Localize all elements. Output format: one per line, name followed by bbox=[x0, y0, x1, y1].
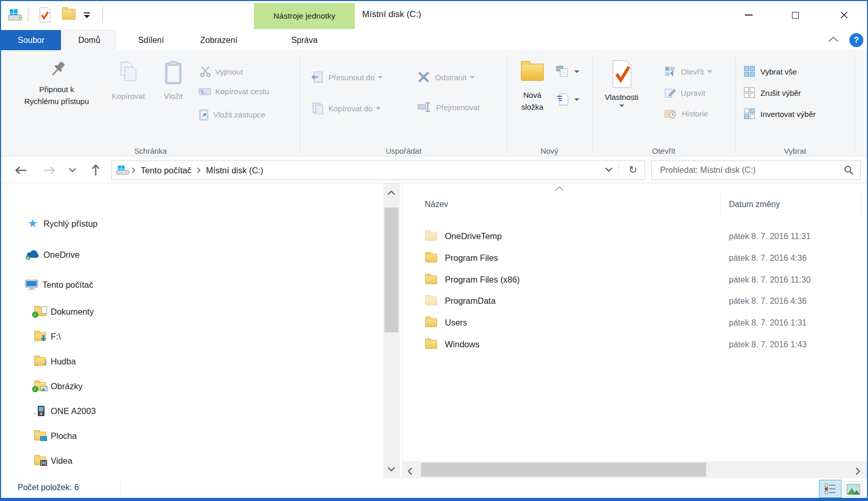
breadcrumb-current-folder[interactable]: Místní disk (C:) bbox=[203, 166, 266, 175]
select-none-icon bbox=[744, 87, 755, 98]
help-icon[interactable]: ? bbox=[849, 33, 863, 47]
folder-download-icon bbox=[32, 332, 48, 341]
open-button[interactable]: Otevřít bbox=[664, 66, 712, 77]
breadcrumb-this-pc[interactable]: Tento počítač bbox=[138, 166, 194, 175]
breadcrumb-drive-icon bbox=[116, 165, 129, 175]
forward-icon[interactable] bbox=[41, 157, 57, 183]
delete-button[interactable]: Odstranit bbox=[417, 71, 475, 83]
history-button[interactable]: Historie bbox=[664, 108, 708, 119]
tab-manage[interactable]: Správa bbox=[254, 30, 355, 50]
new-item-dropdown-icon bbox=[574, 70, 579, 73]
sidebar-item-label: Videa bbox=[51, 456, 72, 466]
sidebar-item-documents[interactable]: ✓ Dokumenty bbox=[32, 304, 94, 319]
new-item-button[interactable] bbox=[556, 65, 579, 78]
address-bar[interactable]: Tento počítač Místní disk (C:) ↻ bbox=[111, 160, 645, 180]
group-label-open: Otevřít bbox=[652, 146, 675, 155]
sidebar-item-desktop[interactable]: Plocha bbox=[32, 428, 77, 444]
tab-view[interactable]: Zobrazení bbox=[185, 30, 253, 50]
horizontal-scrollbar-thumb[interactable] bbox=[421, 463, 706, 477]
file-row[interactable]: Program Files bbox=[415, 247, 720, 269]
status-separator bbox=[120, 481, 121, 496]
breadcrumb-chevron-icon[interactable] bbox=[129, 167, 138, 173]
tab-file[interactable]: Soubor bbox=[1, 30, 61, 50]
breadcrumb-chevron-icon[interactable] bbox=[194, 167, 203, 173]
documents-folder-icon: ✓ bbox=[32, 307, 48, 316]
tab-share[interactable]: Sdílení bbox=[123, 30, 179, 50]
back-icon[interactable] bbox=[13, 157, 29, 183]
properties-quick-icon[interactable] bbox=[38, 7, 52, 23]
copy-path-button[interactable]: \\.. Kopírovat cestu bbox=[199, 87, 269, 96]
refresh-icon[interactable]: ↻ bbox=[628, 164, 637, 176]
new-folder-button[interactable]: Nová složka bbox=[514, 64, 550, 113]
cut-label: Vyjmout bbox=[215, 67, 243, 76]
collapse-ribbon-icon[interactable] bbox=[828, 36, 839, 42]
minimize-button[interactable] bbox=[737, 6, 760, 24]
scissors-icon bbox=[200, 66, 211, 77]
rename-button[interactable]: Přejmenovat bbox=[417, 102, 480, 112]
invert-selection-button[interactable]: Invertovat výběr bbox=[744, 108, 816, 120]
tree-scrollbar-thumb[interactable] bbox=[384, 208, 398, 332]
select-all-button[interactable]: Vybrat vše bbox=[744, 66, 797, 77]
paste-button[interactable]: Vložit bbox=[155, 61, 191, 100]
tab-home[interactable]: Domů bbox=[63, 30, 116, 50]
cut-button[interactable]: Vyjmout bbox=[200, 66, 243, 77]
large-icons-view-button[interactable] bbox=[844, 481, 862, 497]
portable-device-icon bbox=[32, 405, 48, 417]
close-button[interactable] bbox=[832, 6, 856, 24]
scroll-down-icon[interactable] bbox=[387, 467, 395, 471]
search-input[interactable] bbox=[652, 161, 843, 180]
column-separator[interactable] bbox=[720, 191, 721, 217]
scroll-left-icon[interactable] bbox=[408, 467, 412, 475]
column-separator[interactable] bbox=[861, 191, 861, 217]
horizontal-scrollbar[interactable] bbox=[402, 461, 868, 478]
move-to-button[interactable]: Přesunout do bbox=[311, 71, 383, 83]
pin-label-line1: Připnout k bbox=[39, 83, 74, 95]
sidebar-item-f-drive[interactable]: F:\ bbox=[32, 329, 61, 344]
sidebar-item-one-a2003[interactable]: ONE A2003 bbox=[32, 403, 96, 419]
details-view-button[interactable] bbox=[819, 480, 842, 498]
edit-button[interactable]: Upravit bbox=[664, 87, 706, 98]
tree-scrollbar[interactable] bbox=[383, 183, 400, 478]
paste-shortcut-button[interactable]: Vložit zástupce bbox=[199, 108, 265, 121]
easy-access-dropdown-icon bbox=[574, 98, 579, 101]
sidebar-item-label: Hudba bbox=[51, 357, 76, 366]
sidebar-item-onedrive[interactable]: OneDrive bbox=[25, 247, 80, 262]
edit-label: Upravit bbox=[681, 89, 706, 97]
sidebar-item-quick-access[interactable]: ★ Rychlý přístup bbox=[25, 216, 98, 231]
file-row[interactable]: ProgramData bbox=[415, 290, 720, 312]
quick-access-star-icon: ★ bbox=[25, 218, 40, 229]
pin-label-line2: Rychlému přístupu bbox=[24, 95, 89, 107]
sidebar-item-videos[interactable]: Videa bbox=[32, 453, 72, 468]
scroll-right-icon[interactable] bbox=[856, 467, 860, 475]
folder-icon bbox=[425, 297, 437, 305]
copy-button[interactable]: Kopírovat bbox=[104, 61, 152, 100]
pin-to-quick-access-button[interactable]: Připnout k Rychlému přístupu bbox=[11, 60, 102, 107]
up-icon[interactable] bbox=[88, 157, 103, 183]
file-row[interactable]: Program Files (x86) bbox=[415, 269, 720, 290]
address-dropdown-chevron-icon[interactable] bbox=[605, 167, 612, 172]
scroll-up-icon[interactable] bbox=[387, 190, 395, 195]
column-header-name[interactable]: Název bbox=[425, 200, 448, 209]
sidebar-item-this-pc[interactable]: Tento počítač bbox=[24, 277, 93, 292]
recent-locations-chevron-icon[interactable] bbox=[66, 157, 79, 183]
file-name: OneDriveTemp bbox=[445, 231, 502, 241]
search-icon[interactable] bbox=[844, 165, 854, 175]
new-item-icon bbox=[556, 65, 569, 78]
new-folder-quick-icon[interactable] bbox=[62, 9, 76, 20]
maximize-button[interactable] bbox=[783, 6, 807, 24]
customize-toolbar-icon[interactable] bbox=[83, 12, 91, 19]
file-row[interactable]: Users bbox=[415, 312, 720, 333]
properties-button[interactable]: Vlastnosti bbox=[597, 60, 646, 107]
sidebar-item-label: Obrázky bbox=[51, 381, 82, 391]
select-none-button[interactable]: Zrušit výběr bbox=[744, 87, 801, 98]
easy-access-button[interactable] bbox=[556, 93, 579, 106]
column-header-date-modified[interactable]: Datum změny bbox=[729, 200, 780, 209]
file-row[interactable]: OneDriveTemp bbox=[415, 226, 720, 247]
sidebar-item-music[interactable]: ♪ Hudba bbox=[32, 353, 76, 369]
copy-to-button[interactable]: Kopírovat do bbox=[311, 102, 381, 114]
sidebar-item-pictures[interactable]: ✓ Obrázky bbox=[32, 378, 82, 394]
history-icon bbox=[664, 108, 677, 119]
copy-icon bbox=[117, 61, 139, 84]
folder-icon bbox=[425, 232, 437, 241]
file-row[interactable]: Windows bbox=[415, 334, 720, 355]
